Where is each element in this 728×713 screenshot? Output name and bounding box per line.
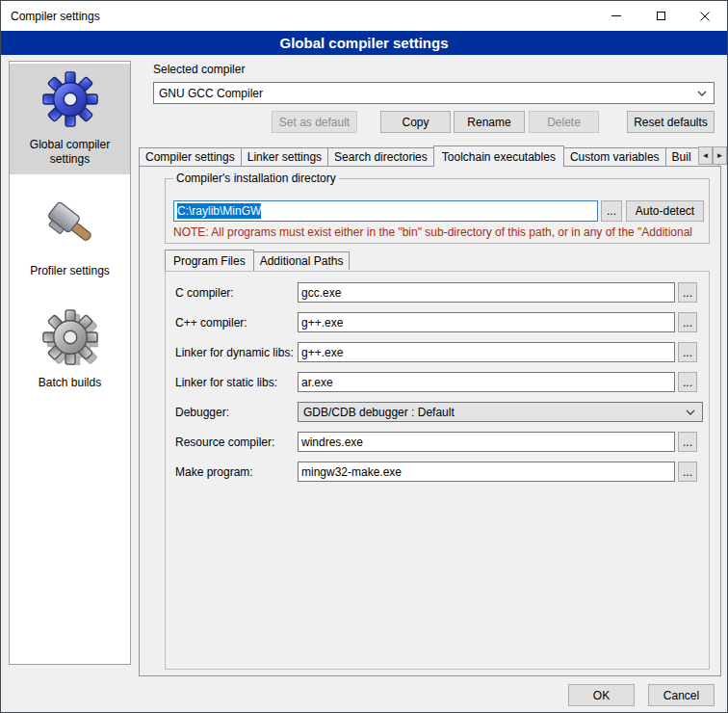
maximize-icon [657, 12, 665, 20]
make-program-label: Make program: [175, 465, 298, 479]
sidebar-item-profiler-settings[interactable]: Profiler settings [10, 190, 130, 286]
cpp-compiler-label: C++ compiler: [175, 316, 298, 330]
caption-buttons [594, 1, 727, 31]
program-files-tabstrip: Program Files Additional Paths [165, 249, 349, 271]
browse-button[interactable]: ... [678, 372, 697, 392]
compiler-select-value: GNU GCC Compiler [159, 87, 691, 100]
tab-custom-variables[interactable]: Custom variables [563, 147, 666, 166]
cpp-compiler-input[interactable] [298, 312, 675, 332]
c-compiler-label: C compiler: [175, 286, 298, 300]
minimize-button[interactable] [594, 1, 638, 31]
chevron-down-icon [697, 91, 707, 96]
tab-program-files[interactable]: Program Files [165, 250, 254, 271]
tab-scroll-right-button[interactable]: ► [713, 146, 727, 165]
sidebar-item-label: Batch builds [39, 376, 101, 390]
sidebar-item-global-compiler-settings[interactable]: Global compiler settings [10, 64, 130, 174]
toolchain-executables-panel: Compiler's installation directory C:\ray… [139, 166, 721, 676]
browse-button[interactable]: ... [678, 282, 697, 303]
browse-directory-button[interactable]: ... [601, 200, 622, 222]
browse-button[interactable]: ... [678, 462, 697, 482]
auto-detect-button[interactable]: Auto-detect [626, 200, 704, 222]
debugger-label: Debugger: [175, 406, 298, 419]
tab-compiler-settings[interactable]: Compiler settings [139, 147, 242, 166]
static-linker-label: Linker for static libs: [175, 376, 298, 389]
installation-directory-input[interactable]: C:\raylib\MinGW [173, 200, 598, 222]
maximize-button[interactable] [638, 1, 683, 31]
settings-category-sidebar: Global compiler settings Profiler settin… [9, 61, 131, 665]
static-linker-input[interactable] [298, 372, 675, 392]
resource-compiler-label: Resource compiler: [175, 436, 298, 449]
ok-button[interactable]: OK [568, 684, 635, 706]
copy-button[interactable]: Copy [380, 111, 451, 133]
profiler-hammer-icon [42, 198, 98, 256]
settings-tabstrip: Compiler settings Linker settings Search… [139, 145, 718, 167]
groupbox-label: Compiler's installation directory [173, 172, 339, 185]
sidebar-item-label: Global compiler settings [13, 138, 127, 167]
bin-subdirectory-note: NOTE: All programs must exist either in … [173, 225, 708, 239]
rename-button[interactable]: Rename [454, 111, 525, 133]
resource-compiler-input[interactable] [298, 432, 675, 452]
minimize-icon [611, 15, 621, 16]
browse-button[interactable]: ... [678, 312, 697, 332]
dynamic-linker-input[interactable] [298, 342, 675, 362]
program-files-panel: C compiler: ... C++ compiler: ... Linker… [165, 271, 710, 670]
dialog-header: Global compiler settings [1, 31, 727, 55]
dynamic-linker-row: Linker for dynamic libs: ... [175, 342, 709, 362]
gray-gear-stack-icon [42, 309, 98, 368]
debugger-row: Debugger: GDB/CDB debugger : Default [175, 402, 709, 422]
c-compiler-input[interactable] [298, 282, 675, 303]
installation-directory-groupbox: Compiler's installation directory C:\ray… [165, 178, 710, 244]
titlebar: Compiler settings [1, 1, 727, 31]
debugger-select-value: GDB/CDB debugger : Default [303, 406, 680, 419]
c-compiler-row: C compiler: ... [175, 282, 709, 303]
close-button[interactable] [683, 1, 727, 31]
make-program-input[interactable] [298, 462, 675, 482]
tab-linker-settings[interactable]: Linker settings [241, 147, 328, 166]
tab-additional-paths[interactable]: Additional Paths [253, 251, 351, 270]
selected-compiler-label: Selected compiler [153, 63, 245, 76]
tab-scroll-left-button[interactable]: ◄ [698, 146, 713, 165]
cpp-compiler-row: C++ compiler: ... [175, 312, 709, 332]
chevron-down-icon [686, 409, 695, 415]
compiler-select[interactable]: GNU GCC Compiler [153, 82, 715, 104]
browse-button[interactable]: ... [678, 432, 697, 452]
tab-toolchain-executables[interactable]: Toolchain executables [433, 145, 564, 167]
blue-gear-icon [42, 71, 98, 130]
make-program-row: Make program: ... [175, 462, 709, 482]
debugger-select[interactable]: GDB/CDB debugger : Default [298, 402, 703, 422]
sidebar-item-batch-builds[interactable]: Batch builds [10, 302, 130, 398]
cancel-button[interactable]: Cancel [648, 684, 715, 706]
window-title: Compiler settings [1, 10, 100, 23]
dynamic-linker-label: Linker for dynamic libs: [175, 346, 298, 359]
selected-text: C:\raylib\MinGW [177, 203, 261, 219]
reset-defaults-button[interactable]: Reset defaults [627, 111, 715, 133]
static-linker-row: Linker for static libs: ... [175, 372, 709, 392]
tab-search-directories[interactable]: Search directories [327, 147, 434, 166]
compiler-settings-window: Compiler settings Global compiler settin… [0, 0, 728, 713]
resource-compiler-row: Resource compiler: ... [175, 432, 709, 452]
browse-button[interactable]: ... [678, 342, 697, 362]
delete-button: Delete [529, 111, 599, 133]
close-icon [700, 12, 710, 21]
set-as-default-button: Set as default [272, 111, 357, 133]
sidebar-item-label: Profiler settings [30, 264, 110, 278]
